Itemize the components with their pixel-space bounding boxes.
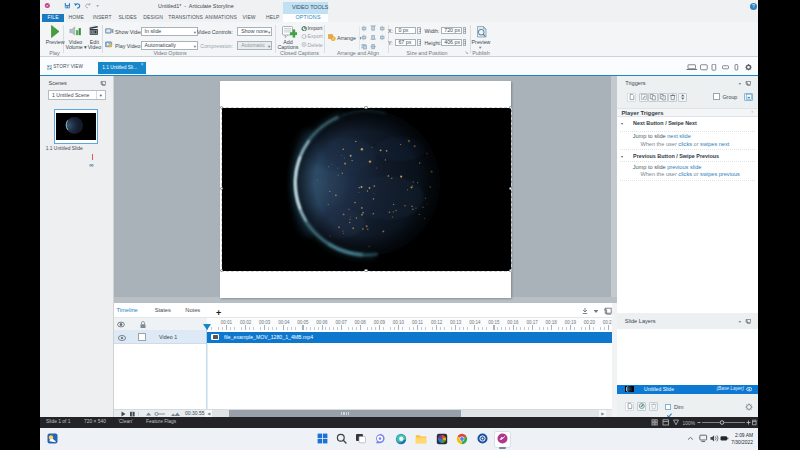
svg-text:100%: 100% [683,421,696,426]
